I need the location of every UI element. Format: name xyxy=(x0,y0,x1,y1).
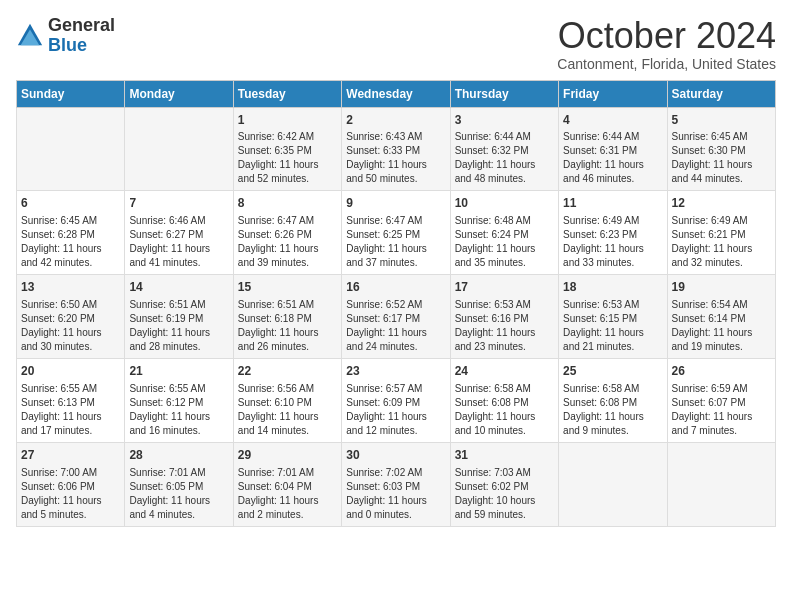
day-number: 4 xyxy=(563,112,662,129)
day-number: 21 xyxy=(129,363,228,380)
location: Cantonment, Florida, United States xyxy=(557,56,776,72)
calendar-cell xyxy=(559,442,667,526)
day-info: Sunrise: 6:44 AM Sunset: 6:31 PM Dayligh… xyxy=(563,130,662,186)
day-number: 3 xyxy=(455,112,554,129)
day-number: 29 xyxy=(238,447,337,464)
logo: General Blue xyxy=(16,16,115,56)
day-info: Sunrise: 6:45 AM Sunset: 6:30 PM Dayligh… xyxy=(672,130,771,186)
day-number: 9 xyxy=(346,195,445,212)
day-info: Sunrise: 7:01 AM Sunset: 6:05 PM Dayligh… xyxy=(129,466,228,522)
calendar-cell: 15Sunrise: 6:51 AM Sunset: 6:18 PM Dayli… xyxy=(233,275,341,359)
day-number: 11 xyxy=(563,195,662,212)
day-number: 2 xyxy=(346,112,445,129)
calendar-cell: 24Sunrise: 6:58 AM Sunset: 6:08 PM Dayli… xyxy=(450,358,558,442)
day-number: 15 xyxy=(238,279,337,296)
calendar-cell: 10Sunrise: 6:48 AM Sunset: 6:24 PM Dayli… xyxy=(450,191,558,275)
calendar-cell: 27Sunrise: 7:00 AM Sunset: 6:06 PM Dayli… xyxy=(17,442,125,526)
day-info: Sunrise: 7:00 AM Sunset: 6:06 PM Dayligh… xyxy=(21,466,120,522)
logo-text: General Blue xyxy=(48,16,115,56)
day-number: 26 xyxy=(672,363,771,380)
day-info: Sunrise: 6:59 AM Sunset: 6:07 PM Dayligh… xyxy=(672,382,771,438)
calendar-cell: 23Sunrise: 6:57 AM Sunset: 6:09 PM Dayli… xyxy=(342,358,450,442)
calendar-cell: 4Sunrise: 6:44 AM Sunset: 6:31 PM Daylig… xyxy=(559,107,667,191)
day-info: Sunrise: 6:53 AM Sunset: 6:15 PM Dayligh… xyxy=(563,298,662,354)
day-number: 28 xyxy=(129,447,228,464)
day-info: Sunrise: 7:02 AM Sunset: 6:03 PM Dayligh… xyxy=(346,466,445,522)
calendar-cell: 29Sunrise: 7:01 AM Sunset: 6:04 PM Dayli… xyxy=(233,442,341,526)
logo-icon xyxy=(16,22,44,50)
calendar-cell xyxy=(667,442,775,526)
day-number: 24 xyxy=(455,363,554,380)
day-info: Sunrise: 6:44 AM Sunset: 6:32 PM Dayligh… xyxy=(455,130,554,186)
day-number: 22 xyxy=(238,363,337,380)
day-number: 12 xyxy=(672,195,771,212)
day-number: 13 xyxy=(21,279,120,296)
day-number: 1 xyxy=(238,112,337,129)
day-info: Sunrise: 6:51 AM Sunset: 6:19 PM Dayligh… xyxy=(129,298,228,354)
calendar-week-row: 20Sunrise: 6:55 AM Sunset: 6:13 PM Dayli… xyxy=(17,358,776,442)
day-info: Sunrise: 6:52 AM Sunset: 6:17 PM Dayligh… xyxy=(346,298,445,354)
day-number: 31 xyxy=(455,447,554,464)
calendar-cell: 1Sunrise: 6:42 AM Sunset: 6:35 PM Daylig… xyxy=(233,107,341,191)
calendar-cell: 28Sunrise: 7:01 AM Sunset: 6:05 PM Dayli… xyxy=(125,442,233,526)
day-number: 27 xyxy=(21,447,120,464)
day-number: 16 xyxy=(346,279,445,296)
calendar-cell: 8Sunrise: 6:47 AM Sunset: 6:26 PM Daylig… xyxy=(233,191,341,275)
day-info: Sunrise: 7:01 AM Sunset: 6:04 PM Dayligh… xyxy=(238,466,337,522)
day-number: 17 xyxy=(455,279,554,296)
day-info: Sunrise: 6:49 AM Sunset: 6:21 PM Dayligh… xyxy=(672,214,771,270)
day-info: Sunrise: 6:47 AM Sunset: 6:25 PM Dayligh… xyxy=(346,214,445,270)
calendar-cell: 13Sunrise: 6:50 AM Sunset: 6:20 PM Dayli… xyxy=(17,275,125,359)
day-number: 8 xyxy=(238,195,337,212)
calendar-cell: 25Sunrise: 6:58 AM Sunset: 6:08 PM Dayli… xyxy=(559,358,667,442)
day-info: Sunrise: 6:42 AM Sunset: 6:35 PM Dayligh… xyxy=(238,130,337,186)
calendar-cell: 2Sunrise: 6:43 AM Sunset: 6:33 PM Daylig… xyxy=(342,107,450,191)
calendar-cell: 20Sunrise: 6:55 AM Sunset: 6:13 PM Dayli… xyxy=(17,358,125,442)
calendar-header-row: Sunday Monday Tuesday Wednesday Thursday… xyxy=(17,80,776,107)
day-number: 10 xyxy=(455,195,554,212)
day-number: 7 xyxy=(129,195,228,212)
day-info: Sunrise: 6:49 AM Sunset: 6:23 PM Dayligh… xyxy=(563,214,662,270)
calendar-cell: 7Sunrise: 6:46 AM Sunset: 6:27 PM Daylig… xyxy=(125,191,233,275)
day-info: Sunrise: 6:53 AM Sunset: 6:16 PM Dayligh… xyxy=(455,298,554,354)
day-info: Sunrise: 7:03 AM Sunset: 6:02 PM Dayligh… xyxy=(455,466,554,522)
calendar-table: Sunday Monday Tuesday Wednesday Thursday… xyxy=(16,80,776,527)
header-sunday: Sunday xyxy=(17,80,125,107)
calendar-week-row: 6Sunrise: 6:45 AM Sunset: 6:28 PM Daylig… xyxy=(17,191,776,275)
calendar-cell xyxy=(125,107,233,191)
day-info: Sunrise: 6:47 AM Sunset: 6:26 PM Dayligh… xyxy=(238,214,337,270)
day-number: 18 xyxy=(563,279,662,296)
page-header: General Blue October 2024 Cantonment, Fl… xyxy=(16,16,776,72)
calendar-cell: 30Sunrise: 7:02 AM Sunset: 6:03 PM Dayli… xyxy=(342,442,450,526)
calendar-cell: 18Sunrise: 6:53 AM Sunset: 6:15 PM Dayli… xyxy=(559,275,667,359)
calendar-cell: 5Sunrise: 6:45 AM Sunset: 6:30 PM Daylig… xyxy=(667,107,775,191)
day-info: Sunrise: 6:50 AM Sunset: 6:20 PM Dayligh… xyxy=(21,298,120,354)
day-number: 19 xyxy=(672,279,771,296)
header-wednesday: Wednesday xyxy=(342,80,450,107)
calendar-cell: 12Sunrise: 6:49 AM Sunset: 6:21 PM Dayli… xyxy=(667,191,775,275)
day-info: Sunrise: 6:55 AM Sunset: 6:12 PM Dayligh… xyxy=(129,382,228,438)
calendar-cell: 3Sunrise: 6:44 AM Sunset: 6:32 PM Daylig… xyxy=(450,107,558,191)
day-info: Sunrise: 6:56 AM Sunset: 6:10 PM Dayligh… xyxy=(238,382,337,438)
title-block: October 2024 Cantonment, Florida, United… xyxy=(557,16,776,72)
header-friday: Friday xyxy=(559,80,667,107)
calendar-cell: 9Sunrise: 6:47 AM Sunset: 6:25 PM Daylig… xyxy=(342,191,450,275)
month-title: October 2024 xyxy=(557,16,776,56)
calendar-week-row: 1Sunrise: 6:42 AM Sunset: 6:35 PM Daylig… xyxy=(17,107,776,191)
calendar-cell: 17Sunrise: 6:53 AM Sunset: 6:16 PM Dayli… xyxy=(450,275,558,359)
day-number: 25 xyxy=(563,363,662,380)
calendar-cell: 16Sunrise: 6:52 AM Sunset: 6:17 PM Dayli… xyxy=(342,275,450,359)
day-info: Sunrise: 6:48 AM Sunset: 6:24 PM Dayligh… xyxy=(455,214,554,270)
calendar-cell: 14Sunrise: 6:51 AM Sunset: 6:19 PM Dayli… xyxy=(125,275,233,359)
day-info: Sunrise: 6:51 AM Sunset: 6:18 PM Dayligh… xyxy=(238,298,337,354)
day-number: 5 xyxy=(672,112,771,129)
header-monday: Monday xyxy=(125,80,233,107)
day-number: 6 xyxy=(21,195,120,212)
header-thursday: Thursday xyxy=(450,80,558,107)
day-info: Sunrise: 6:55 AM Sunset: 6:13 PM Dayligh… xyxy=(21,382,120,438)
calendar-cell: 21Sunrise: 6:55 AM Sunset: 6:12 PM Dayli… xyxy=(125,358,233,442)
day-info: Sunrise: 6:58 AM Sunset: 6:08 PM Dayligh… xyxy=(455,382,554,438)
day-number: 30 xyxy=(346,447,445,464)
calendar-cell: 26Sunrise: 6:59 AM Sunset: 6:07 PM Dayli… xyxy=(667,358,775,442)
day-info: Sunrise: 6:45 AM Sunset: 6:28 PM Dayligh… xyxy=(21,214,120,270)
